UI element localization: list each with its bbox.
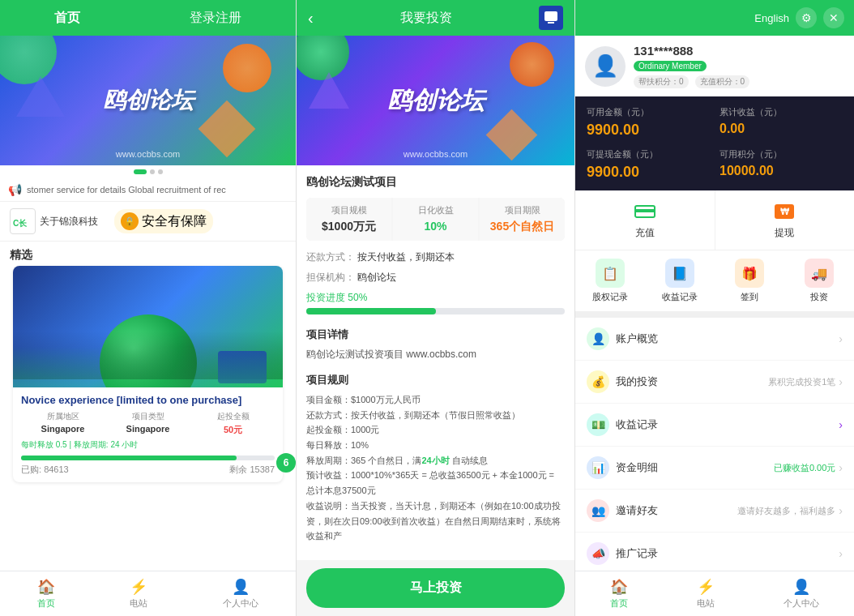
banner-circle2 (223, 44, 271, 92)
nav-home[interactable]: 🏠 首页 (37, 578, 55, 610)
credits-val: 10000.00 (719, 164, 843, 178)
invite-dot: 👥 (587, 499, 609, 522)
dot-3 (158, 169, 163, 174)
menu-promo[interactable]: 📣 推广记录 › (575, 533, 854, 571)
right-station-label: 电站 (697, 597, 715, 610)
security-badge[interactable]: 🔒 安全有保障 (114, 209, 213, 233)
points2: 充值积分：0 (695, 75, 750, 88)
home-tab[interactable]: 首页 (54, 10, 80, 27)
right-station-icon: ⚡ (697, 578, 715, 596)
invite-text: 邀请好友 (616, 503, 658, 518)
menu-overview[interactable]: 👤 账户概览 › (575, 318, 854, 361)
points1: 帮扶积分：0 (634, 75, 689, 88)
settings-button[interactable]: ⚙ (796, 7, 817, 28)
stat-period: 项目期限 365个自然日 (480, 198, 565, 241)
fund-text: 资金明细 (616, 460, 658, 475)
investments-dot: 💰 (587, 370, 609, 393)
featured-card[interactable]: Novice experience [limited to one purcha… (13, 266, 283, 482)
login-tab[interactable]: 登录注册 (190, 10, 241, 27)
withdraw-button[interactable]: ₩ 提现 (715, 190, 855, 250)
progress-fill (21, 456, 237, 460)
quick-checkin[interactable]: 🎁 签到 (715, 250, 784, 311)
hands-graphic (13, 347, 283, 387)
right-nav-profile[interactable]: 👤 个人中心 (784, 578, 819, 610)
quick-equity[interactable]: 📋 股权记录 (575, 250, 645, 311)
available-balance: 可用金额（元） 9900.00 (587, 106, 710, 139)
right-header: English ⚙ ✕ (575, 0, 854, 36)
menu-income-records[interactable]: 💵 收益记录 › (575, 404, 854, 447)
brand-link[interactable]: C长 关于锦浪科技 (10, 208, 98, 234)
progress-label: 投资进度 50% (306, 291, 565, 305)
min-label: 起投全额 (191, 411, 275, 422)
user-info: 131****888 Ordinary Member 帮扶积分：0 充值积分：0 (634, 44, 749, 88)
guarantee-val: 鸥创论坛 (357, 272, 396, 283)
rule-5: 预计收益：1000*10%*365天 = 总收益36500元 + 本金1000元… (306, 468, 565, 498)
right-home-label: 首页 (610, 597, 628, 610)
close-button[interactable]: ✕ (823, 7, 844, 28)
fund-chevron: › (839, 461, 843, 474)
progress-fill-mid (306, 308, 436, 314)
min-val: 50元 (191, 424, 275, 436)
quick-actions: 📋 股权记录 📘 收益记录 🎁 签到 🚚 投资 (575, 250, 854, 318)
svg-text:C长: C长 (13, 219, 28, 228)
progress-wrap (21, 456, 275, 460)
security-text: 安全有保障 (142, 213, 207, 230)
repay-row: 还款方式： 按天付收益，到期还本 (306, 250, 565, 264)
banner-diamond (199, 101, 256, 158)
promo-chevron: › (839, 547, 843, 560)
banner-triangle (16, 76, 65, 117)
project-name: 鸥创论坛测试项目 (306, 175, 565, 190)
overview-right: › (839, 332, 843, 345)
invest-button[interactable]: 马上投资 (306, 568, 565, 608)
available-label: 可用金额（元） (587, 106, 710, 118)
invite-chevron: › (839, 504, 843, 517)
right-nav-home[interactable]: 🏠 首页 (610, 578, 628, 610)
rule-4: 释放周期：365 个自然日，满24小时 自动续息 (306, 453, 565, 468)
withdrawable-val: 9900.00 (587, 164, 710, 181)
back-button[interactable]: ‹ (308, 9, 314, 28)
card-info: Novice experience [limited to one purcha… (13, 387, 283, 482)
stat-daily: 日化收益 10% (393, 198, 478, 241)
region-label: 所属地区 (21, 411, 105, 422)
fund-dot: 📊 (587, 456, 609, 479)
investments-chevron: › (839, 375, 843, 388)
nav-station[interactable]: ⚡ 电站 (130, 578, 147, 610)
right-nav-station[interactable]: ⚡ 电站 (697, 578, 715, 610)
right-panel: English ⚙ ✕ 👤 131****888 Ordinary Member… (575, 0, 854, 616)
menu-fund-details[interactable]: 📊 资金明细 已赚收益0.00元 › (575, 447, 854, 490)
points-row: 帮扶积分：0 充值积分：0 (634, 75, 749, 88)
relax-info: 每时释放 0.5 | 释放周期: 24 小时 (21, 439, 275, 451)
invite-right: 邀请好友越多，福利越多 › (737, 504, 843, 517)
rule-6: 收益说明：当天投资，当天计息，到期还本（例如在10:00成功投资，则在次日09:… (306, 498, 565, 544)
profile-icon: 👤 (232, 578, 250, 596)
mid-user-icon[interactable] (539, 6, 563, 30)
avatar: 👤 (585, 46, 626, 87)
menu-invite[interactable]: 👥 邀请好友 邀请好友越多，福利越多 › (575, 490, 854, 533)
credits-label: 可用积分（元） (719, 148, 843, 160)
checkin-label: 签到 (741, 291, 758, 303)
menu-item-left-income: 💵 收益记录 (587, 413, 658, 436)
quick-income[interactable]: 📘 收益记录 (645, 250, 715, 311)
action-row: 充值 ₩ 提现 (575, 190, 854, 250)
repay-val: 按天付收益，到期还本 (357, 251, 455, 263)
mid-circle2 (510, 42, 554, 87)
period-label: 项目期限 (486, 204, 558, 216)
scale-val: $1000万元 (313, 220, 385, 234)
guarantee-row: 担保机构： 鸥创论坛 (306, 271, 565, 284)
region-val: Singapore (21, 424, 105, 436)
close-icon: ✕ (829, 11, 839, 24)
left-panel: 首页 登录注册 鸥创论坛 www.ocbbs.com 📢 stomer serv… (0, 0, 296, 616)
right-profile-label: 个人中心 (784, 597, 819, 610)
cumulative-label: 累计收益（元） (719, 106, 843, 118)
mid-triangle (309, 72, 349, 109)
language-label[interactable]: English (754, 12, 789, 24)
menu-investments[interactable]: 💰 我的投资 累积完成投资1笔 › (575, 361, 854, 404)
rules-section: 项目金额：$1000万元人民币 还款方式：按天付收益，到期还本（节假日照常收益）… (306, 392, 565, 544)
quick-invest[interactable]: 🚚 投资 (784, 250, 854, 311)
featured-image (13, 266, 283, 387)
cumulative-val: 0.00 (719, 122, 843, 136)
right-home-icon: 🏠 (610, 578, 628, 596)
withdrawable-balance: 可提现金额（元） 9900.00 (587, 148, 710, 181)
recharge-button[interactable]: 充值 (575, 190, 715, 250)
nav-profile[interactable]: 👤 个人中心 (223, 578, 258, 610)
